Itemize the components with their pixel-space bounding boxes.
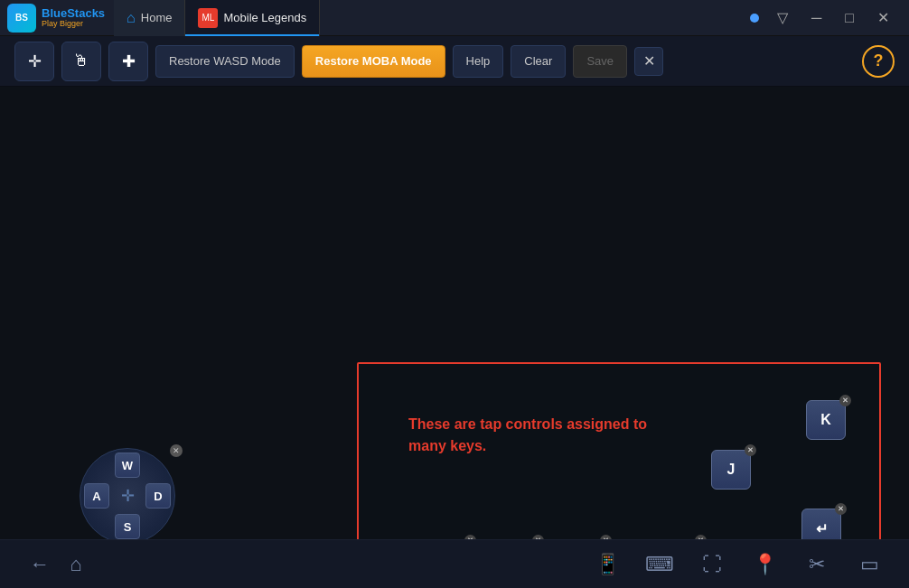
maximize-button[interactable]: □ — [839, 8, 859, 28]
help-button[interactable]: Help — [453, 45, 504, 78]
logo-slogan: Play Bigger — [42, 19, 105, 28]
key-k-button[interactable]: K ✕ — [806, 400, 846, 440]
dot-indicator — [750, 10, 759, 26]
key-s-badge[interactable]: S — [115, 514, 140, 539]
wifi-icon[interactable]: ▽ — [772, 7, 793, 28]
toolbar: ✛ 🖱 ✚ Restore WASD Mode Restore MOBA Mod… — [0, 36, 909, 87]
window-controls: ▽ ─ □ ✕ — [750, 7, 902, 28]
key-n-close[interactable]: ✕ — [600, 535, 612, 539]
key-k-close[interactable]: ✕ — [839, 395, 851, 406]
wasd-close-button[interactable]: ✕ — [170, 444, 183, 457]
key-enter-close[interactable]: ✕ — [835, 503, 847, 515]
bottom-bar: ← ⌂ 📱 ⌨ ⛶ 📍 ✂ ▭ — [0, 539, 909, 588]
key-a-badge[interactable]: A — [84, 483, 109, 509]
key-h-close[interactable]: ✕ — [695, 535, 707, 539]
tap-message: These are tap controls assigned to many … — [408, 414, 652, 457]
minimize-button[interactable]: ─ — [806, 8, 827, 28]
clear-button[interactable]: Clear — [511, 45, 566, 78]
center-cross-icon: ✛ — [117, 486, 137, 506]
tab-game[interactable]: ML Mobile Legends — [185, 0, 320, 36]
bottom-right-controls: 📱 ⌨ ⛶ 📍 ✂ ▭ — [589, 546, 887, 583]
wasd-control: ✕ W A S D ✛ — [80, 448, 179, 539]
key-enter-button[interactable]: ↵ ✕ — [801, 509, 841, 539]
key-j-button[interactable]: J ✕ — [711, 450, 751, 490]
home-icon: ⌂ — [127, 10, 136, 26]
toolbar-close-button[interactable]: ✕ — [634, 47, 663, 76]
home-button[interactable]: ⌂ — [58, 546, 94, 583]
tab-home[interactable]: ⌂ Home — [114, 0, 185, 36]
help-circle-button[interactable]: ? — [862, 45, 895, 78]
logo-text: BlueStacks Play Bigger — [42, 7, 105, 28]
key-v-close[interactable]: ✕ — [464, 535, 476, 539]
scissors-icon[interactable]: ✂ — [799, 546, 835, 583]
tap-controls-area: These are tap controls assigned to many … — [357, 362, 881, 539]
logo: BS BlueStacks Play Bigger — [7, 4, 105, 33]
key-j-close[interactable]: ✕ — [745, 444, 756, 456]
logo-name: BlueStacks — [42, 7, 105, 19]
logo-icon: BS — [7, 4, 36, 33]
game-icon: ML — [198, 8, 218, 28]
back-button[interactable]: ← — [22, 546, 58, 583]
mouse-tool-button[interactable]: 🖱 — [61, 42, 101, 81]
tab-game-label: Mobile Legends — [223, 11, 306, 24]
close-button[interactable]: ✕ — [872, 7, 895, 28]
crosshair-tool-button[interactable]: ✛ — [14, 42, 54, 81]
key-d-badge[interactable]: D — [145, 483, 171, 509]
keyboard-icon[interactable]: ⌨ — [642, 546, 678, 583]
mobile-view-icon[interactable]: 📱 — [589, 546, 625, 583]
key-w-badge[interactable]: W — [115, 453, 140, 478]
tablet-icon[interactable]: ▭ — [851, 546, 887, 583]
wasd-circle: W A S D ✛ — [80, 448, 175, 539]
tab-home-label: Home — [141, 11, 173, 24]
main-content: ✕ W A S D ✛ These are tap controls assig… — [0, 87, 909, 539]
restore-wasd-button[interactable]: Restore WASD Mode — [155, 45, 295, 78]
key-b-close[interactable]: ✕ — [532, 535, 544, 539]
save-button[interactable]: Save — [573, 45, 627, 78]
title-bar: BS BlueStacks Play Bigger ⌂ Home ML Mobi… — [0, 0, 909, 36]
gamepad-tool-button[interactable]: ✚ — [108, 42, 148, 81]
restore-moba-button[interactable]: Restore MOBA Mode — [302, 45, 445, 78]
fullscreen-icon[interactable]: ⛶ — [694, 546, 730, 583]
location-icon[interactable]: 📍 — [746, 546, 782, 583]
